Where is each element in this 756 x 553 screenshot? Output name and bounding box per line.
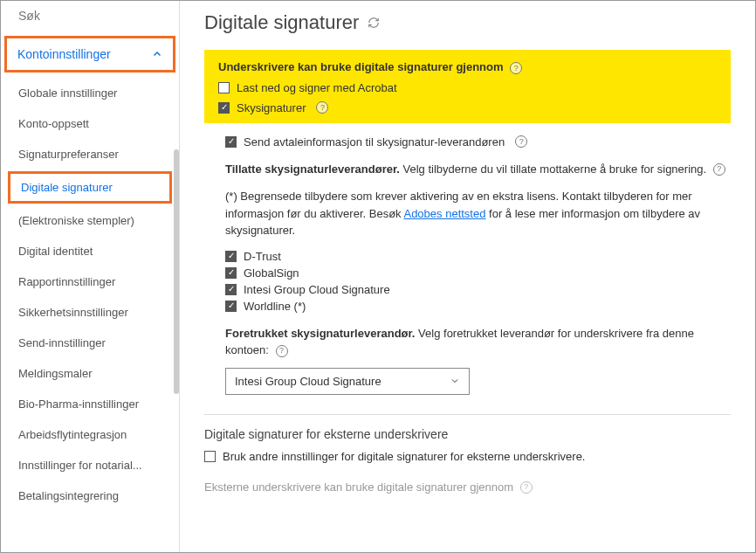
sidebar-item-elektroniske-stempler[interactable]: (Elektroniske stempler): [1, 205, 179, 236]
sidebar: Kontoinnstillinger Globale innstillinger…: [1, 1, 180, 552]
checkbox-external-other-settings[interactable]: [204, 451, 216, 462]
sidebar-item-rapportinnstillinger[interactable]: Rapportinnstillinger: [1, 266, 179, 297]
nav-list: Globale innstillinger Konto-oppsett Sign…: [1, 78, 179, 552]
sidebar-accordion-kontoinnstillinger[interactable]: Kontoinnstillinger: [4, 36, 175, 73]
sidebar-item-betalingsintegrering[interactable]: Betalingsintegrering: [1, 480, 179, 511]
checkbox-d-trust[interactable]: [225, 251, 237, 262]
refresh-icon[interactable]: [368, 17, 380, 29]
cloud-settings-block: Send avtaleinformasjon til skysignatur-l…: [204, 135, 731, 395]
main-content: Digitale signaturer Underskrivere kan br…: [180, 1, 755, 552]
allowed-providers-text: Tillatte skysignaturleverandører. Velg t…: [225, 161, 731, 178]
checkbox-acrobat[interactable]: [218, 82, 230, 93]
allowed-prefix: Tillatte skysignaturleverandører.: [225, 162, 400, 176]
sidebar-item-signaturpreferanser[interactable]: Signaturpreferanser: [1, 139, 179, 169]
checkbox-globalsign[interactable]: [225, 267, 237, 279]
option-cloud-label: Skysignaturer: [237, 101, 306, 114]
external-option-row: Bruk andre innstillinger for digitale si…: [204, 450, 731, 463]
sidebar-item-globale-innstillinger[interactable]: Globale innstillinger: [1, 78, 179, 108]
provider-row: GlobalSign: [225, 266, 731, 280]
info-icon[interactable]: ?: [713, 163, 725, 176]
checkbox-intesi[interactable]: [225, 284, 237, 295]
send-info-label: Send avtaleinformasjon til skysignatur-l…: [244, 135, 505, 149]
divider: [204, 414, 731, 415]
highlight-box: Underskrivere kan bruke digitale signatu…: [204, 50, 731, 123]
restricted-note: (*) Begrensede tilbydere som krever akti…: [225, 188, 731, 239]
send-info-row: Send avtaleinformasjon til skysignatur-l…: [225, 135, 731, 149]
provider-list: D-Trust GlobalSign Intesi Group Cloud Si…: [225, 250, 731, 313]
allowed-text: Velg tilbyderne du vil tillate mottakern…: [403, 162, 707, 176]
provider-label: GlobalSign: [244, 266, 299, 280]
provider-row: Worldline (*): [225, 300, 731, 313]
highlight-heading: Underskrivere kan bruke digitale signatu…: [218, 60, 504, 73]
external-signers-header: Digitale signaturer for eksterne undersk…: [204, 427, 731, 441]
sidebar-item-send-innstillinger[interactable]: Send-innstillinger: [1, 328, 179, 358]
option-acrobat-row: Last ned og signer med Acrobat: [218, 81, 717, 94]
info-icon: ?: [520, 481, 533, 494]
external-faded-text: Eksterne underskrivere kan bruke digital…: [204, 479, 731, 496]
search-row: [1, 1, 179, 31]
page-title-row: Digitale signaturer: [204, 11, 731, 34]
info-icon[interactable]: ?: [510, 62, 522, 74]
preferred-provider-text: Foretrukket skysignaturleverandør. Velg …: [225, 325, 731, 359]
chevron-up-icon: [152, 49, 162, 59]
sidebar-item-digital-identitet[interactable]: Digital identitet: [1, 236, 179, 266]
sidebar-item-innstillinger-notarial[interactable]: Innstillinger for notarial...: [1, 450, 179, 480]
checkbox-skysignaturer[interactable]: [218, 102, 230, 114]
provider-row: Intesi Group Cloud Signature: [225, 283, 731, 296]
option-cloud-row: Skysignaturer ?: [218, 101, 717, 114]
info-icon[interactable]: ?: [276, 345, 288, 357]
sidebar-item-meldingsmaler[interactable]: Meldingsmaler: [1, 358, 179, 389]
provider-label: Intesi Group Cloud Signature: [244, 283, 390, 296]
sidebar-item-arbeidsflytintegrasjon[interactable]: Arbeidsflytintegrasjon: [1, 419, 179, 450]
checkbox-worldline[interactable]: [225, 301, 237, 312]
page-title: Digitale signaturer: [204, 11, 359, 34]
external-faded-label: Eksterne underskrivere kan bruke digital…: [204, 480, 513, 494]
provider-label: D-Trust: [244, 250, 281, 263]
sidebar-item-konto-oppsett[interactable]: Konto-oppsett: [1, 108, 179, 139]
sidebar-scrollbar[interactable]: [174, 149, 179, 394]
checkbox-send-info[interactable]: [225, 136, 237, 148]
option-acrobat-label: Last ned og signer med Acrobat: [237, 81, 397, 94]
sidebar-item-sikkerhetsinnstillinger[interactable]: Sikkerhetsinnstillinger: [1, 297, 179, 328]
info-icon[interactable]: ?: [515, 135, 527, 148]
sidebar-item-bio-pharma-innstillinger[interactable]: Bio-Pharma-innstillinger: [1, 389, 179, 419]
preferred-prefix: Foretrukket skysignaturleverandør.: [225, 327, 415, 340]
search-input[interactable]: [18, 9, 171, 23]
provider-row: D-Trust: [225, 250, 731, 263]
preferred-provider-select[interactable]: Intesi Group Cloud Signature: [225, 368, 470, 395]
sidebar-item-digitale-signaturer[interactable]: Digitale signaturer: [8, 171, 172, 204]
provider-label: Worldline (*): [244, 300, 306, 313]
accordion-label: Kontoinnstillinger: [17, 47, 111, 61]
info-icon[interactable]: ?: [316, 101, 328, 114]
adobe-website-link[interactable]: Adobes nettsted: [403, 207, 485, 220]
chevron-down-icon: [450, 376, 460, 386]
external-option-label: Bruk andre innstillinger for digitale si…: [223, 450, 585, 463]
select-value: Intesi Group Cloud Signature: [235, 375, 381, 388]
